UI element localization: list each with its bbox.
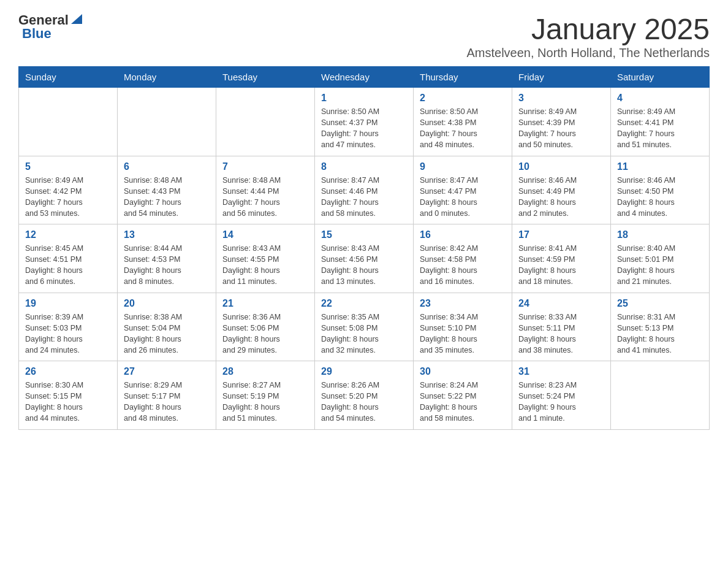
subtitle: Amstelveen, North Holland, The Netherlan…: [466, 46, 710, 60]
calendar-cell: 19Sunrise: 8:39 AM Sunset: 5:03 PM Dayli…: [19, 293, 118, 361]
calendar-cell: 17Sunrise: 8:41 AM Sunset: 4:59 PM Dayli…: [512, 224, 611, 293]
day-info: Sunrise: 8:26 AM Sunset: 5:20 PM Dayligh…: [321, 380, 407, 424]
day-number: 14: [222, 229, 308, 240]
calendar-cell: [216, 88, 315, 156]
day-info: Sunrise: 8:49 AM Sunset: 4:41 PM Dayligh…: [617, 106, 703, 151]
day-info: Sunrise: 8:24 AM Sunset: 5:22 PM Dayligh…: [420, 380, 506, 424]
calendar-cell: 14Sunrise: 8:43 AM Sunset: 4:55 PM Dayli…: [216, 224, 315, 293]
day-info: Sunrise: 8:48 AM Sunset: 4:43 PM Dayligh…: [124, 175, 210, 220]
day-number: 23: [420, 298, 506, 309]
day-info: Sunrise: 8:33 AM Sunset: 5:11 PM Dayligh…: [518, 312, 604, 356]
week-row-2: 12Sunrise: 8:45 AM Sunset: 4:51 PM Dayli…: [19, 224, 710, 293]
day-info: Sunrise: 8:46 AM Sunset: 4:50 PM Dayligh…: [617, 175, 703, 220]
calendar-cell: 13Sunrise: 8:44 AM Sunset: 4:53 PM Dayli…: [118, 224, 216, 293]
weekday-header-friday: Friday: [512, 67, 611, 88]
day-info: Sunrise: 8:43 AM Sunset: 4:56 PM Dayligh…: [321, 243, 407, 288]
day-number: 27: [124, 366, 210, 377]
calendar-cell: 20Sunrise: 8:38 AM Sunset: 5:04 PM Dayli…: [118, 293, 216, 361]
logo-triangle-icon: [70, 13, 83, 26]
calendar-cell: 10Sunrise: 8:46 AM Sunset: 4:49 PM Dayli…: [512, 156, 611, 224]
day-number: 4: [617, 93, 703, 104]
calendar-cell: 7Sunrise: 8:48 AM Sunset: 4:44 PM Daylig…: [216, 156, 315, 224]
day-info: Sunrise: 8:47 AM Sunset: 4:46 PM Dayligh…: [321, 175, 407, 220]
calendar-cell: 31Sunrise: 8:23 AM Sunset: 5:24 PM Dayli…: [512, 361, 611, 430]
day-number: 8: [321, 161, 407, 172]
day-number: 29: [321, 366, 407, 377]
week-row-0: 1Sunrise: 8:50 AM Sunset: 4:37 PM Daylig…: [19, 88, 710, 156]
day-info: Sunrise: 8:44 AM Sunset: 4:53 PM Dayligh…: [124, 243, 210, 288]
day-info: Sunrise: 8:49 AM Sunset: 4:39 PM Dayligh…: [518, 106, 604, 151]
calendar-cell: 16Sunrise: 8:42 AM Sunset: 4:58 PM Dayli…: [414, 224, 512, 293]
day-info: Sunrise: 8:43 AM Sunset: 4:55 PM Dayligh…: [222, 243, 308, 288]
calendar-cell: 8Sunrise: 8:47 AM Sunset: 4:46 PM Daylig…: [315, 156, 414, 224]
day-number: 19: [25, 298, 111, 309]
day-number: 10: [518, 161, 604, 172]
svg-marker-0: [71, 14, 82, 24]
day-number: 15: [321, 229, 407, 240]
calendar-cell: [118, 88, 216, 156]
day-number: 21: [222, 298, 308, 309]
week-row-3: 19Sunrise: 8:39 AM Sunset: 5:03 PM Dayli…: [19, 293, 710, 361]
day-number: 31: [518, 366, 604, 377]
logo: General Blue: [18, 12, 83, 42]
calendar-table: SundayMondayTuesdayWednesdayThursdayFrid…: [18, 66, 710, 430]
day-info: Sunrise: 8:40 AM Sunset: 5:01 PM Dayligh…: [617, 243, 703, 288]
day-info: Sunrise: 8:50 AM Sunset: 4:38 PM Dayligh…: [420, 106, 506, 151]
weekday-header-saturday: Saturday: [611, 67, 710, 88]
day-info: Sunrise: 8:38 AM Sunset: 5:04 PM Dayligh…: [124, 312, 210, 356]
day-number: 20: [124, 298, 210, 309]
day-info: Sunrise: 8:31 AM Sunset: 5:13 PM Dayligh…: [617, 312, 703, 356]
weekday-header-sunday: Sunday: [19, 67, 118, 88]
calendar-cell: 29Sunrise: 8:26 AM Sunset: 5:20 PM Dayli…: [315, 361, 414, 430]
calendar-cell: 26Sunrise: 8:30 AM Sunset: 5:15 PM Dayli…: [19, 361, 118, 430]
calendar-cell: 6Sunrise: 8:48 AM Sunset: 4:43 PM Daylig…: [118, 156, 216, 224]
calendar-cell: 12Sunrise: 8:45 AM Sunset: 4:51 PM Dayli…: [19, 224, 118, 293]
calendar-cell: 21Sunrise: 8:36 AM Sunset: 5:06 PM Dayli…: [216, 293, 315, 361]
day-number: 6: [124, 161, 210, 172]
calendar-cell: 3Sunrise: 8:49 AM Sunset: 4:39 PM Daylig…: [512, 88, 611, 156]
day-number: 13: [124, 229, 210, 240]
calendar-cell: 25Sunrise: 8:31 AM Sunset: 5:13 PM Dayli…: [611, 293, 710, 361]
calendar-cell: 18Sunrise: 8:40 AM Sunset: 5:01 PM Dayli…: [611, 224, 710, 293]
day-number: 22: [321, 298, 407, 309]
calendar-cell: 15Sunrise: 8:43 AM Sunset: 4:56 PM Dayli…: [315, 224, 414, 293]
week-row-4: 26Sunrise: 8:30 AM Sunset: 5:15 PM Dayli…: [19, 361, 710, 430]
day-number: 28: [222, 366, 308, 377]
calendar-cell: 30Sunrise: 8:24 AM Sunset: 5:22 PM Dayli…: [414, 361, 512, 430]
day-info: Sunrise: 8:47 AM Sunset: 4:47 PM Dayligh…: [420, 175, 506, 220]
day-number: 12: [25, 229, 111, 240]
day-info: Sunrise: 8:42 AM Sunset: 4:58 PM Dayligh…: [420, 243, 506, 288]
month-title: January 2025: [466, 12, 710, 46]
weekday-header-row: SundayMondayTuesdayWednesdayThursdayFrid…: [19, 67, 710, 88]
day-number: 11: [617, 161, 703, 172]
calendar-cell: 28Sunrise: 8:27 AM Sunset: 5:19 PM Dayli…: [216, 361, 315, 430]
day-info: Sunrise: 8:50 AM Sunset: 4:37 PM Dayligh…: [321, 106, 407, 151]
calendar-cell: [611, 361, 710, 430]
day-info: Sunrise: 8:23 AM Sunset: 5:24 PM Dayligh…: [518, 380, 604, 424]
day-number: 3: [518, 93, 604, 104]
weekday-header-monday: Monday: [118, 67, 216, 88]
day-number: 25: [617, 298, 703, 309]
calendar-cell: 27Sunrise: 8:29 AM Sunset: 5:17 PM Dayli…: [118, 361, 216, 430]
day-number: 16: [420, 229, 506, 240]
title-area: January 2025 Amstelveen, North Holland, …: [466, 12, 710, 60]
week-row-1: 5Sunrise: 8:49 AM Sunset: 4:42 PM Daylig…: [19, 156, 710, 224]
header: General Blue January 2025 Amstelveen, No…: [18, 12, 710, 60]
day-number: 2: [420, 93, 506, 104]
calendar-cell: 22Sunrise: 8:35 AM Sunset: 5:08 PM Dayli…: [315, 293, 414, 361]
day-info: Sunrise: 8:34 AM Sunset: 5:10 PM Dayligh…: [420, 312, 506, 356]
weekday-header-thursday: Thursday: [414, 67, 512, 88]
day-number: 9: [420, 161, 506, 172]
day-number: 18: [617, 229, 703, 240]
day-info: Sunrise: 8:27 AM Sunset: 5:19 PM Dayligh…: [222, 380, 308, 424]
logo-blue-text: Blue: [20, 26, 51, 42]
day-number: 1: [321, 93, 407, 104]
day-info: Sunrise: 8:46 AM Sunset: 4:49 PM Dayligh…: [518, 175, 604, 220]
day-number: 7: [222, 161, 308, 172]
calendar-cell: [19, 88, 118, 156]
calendar-cell: 1Sunrise: 8:50 AM Sunset: 4:37 PM Daylig…: [315, 88, 414, 156]
calendar-cell: 23Sunrise: 8:34 AM Sunset: 5:10 PM Dayli…: [414, 293, 512, 361]
weekday-header-tuesday: Tuesday: [216, 67, 315, 88]
day-number: 5: [25, 161, 111, 172]
day-info: Sunrise: 8:41 AM Sunset: 4:59 PM Dayligh…: [518, 243, 604, 288]
